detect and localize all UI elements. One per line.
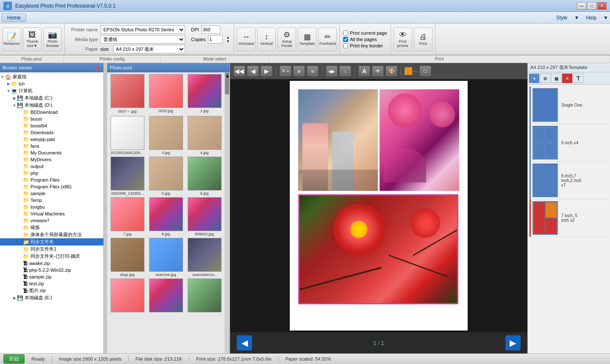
renamer-button[interactable]: 📝 ReNamer (3, 28, 21, 51)
freehand-button[interactable]: ✏ Freehand (318, 28, 337, 51)
prev-page-button[interactable]: ◀ (237, 335, 252, 350)
sidebar-pin[interactable]: 📌 (95, 65, 101, 71)
fit-width[interactable]: ◀▶ (326, 66, 338, 77)
red-flower-photo[interactable] (298, 194, 458, 304)
scroll-thumb[interactable] (225, 77, 229, 94)
photo-thumb-p2[interactable]: 0033.jpg (147, 74, 184, 114)
all-pages-checkbox[interactable] (343, 37, 348, 42)
style-menu[interactable]: Style (556, 15, 568, 21)
sidebar-item-output[interactable]: 📁 output (0, 163, 103, 170)
sidebar-item-boost[interactable]: 📁 boost (0, 116, 103, 122)
tiny-border-checkbox[interactable] (343, 43, 348, 48)
sidebar-item-drive_e[interactable]: ▶ 💾 本地磁盘 (E:) (0, 294, 103, 301)
sidebar-item-virtualmachines[interactable]: 📁 Virtual Machines (0, 210, 103, 217)
photo-thumb-p4[interactable]: 20130518061339.... (109, 116, 146, 155)
thumb-size-button[interactable]: 🖼 Thumbsize▼ (23, 28, 42, 51)
print-preview-button[interactable]: 👁 Printprivew (394, 28, 412, 51)
sidebar-item-tupianzip[interactable]: 🗜 图片.zip (0, 287, 103, 294)
sidebar-item-tongbuwenjian_hunqing[interactable]: 📁 同步文件夹-已打印-婚庆 (0, 253, 103, 260)
text-button[interactable]: T (573, 74, 583, 83)
template-item-3[interactable]: 7 inch, 5 inch x2 (530, 199, 608, 237)
zoom-in-small[interactable]: 🔍+ (280, 66, 291, 77)
scroll-up[interactable]: ▲ (225, 73, 229, 77)
photo-browse-button[interactable]: 📷 PhotoBrowse (43, 28, 62, 51)
prev-step-back[interactable]: ◀ (247, 66, 259, 77)
sidebar-item-php[interactable]: 📁 php (0, 170, 103, 176)
prev-back-button[interactable]: ◀◀ (233, 66, 245, 77)
sidebar-item-programfiles86[interactable]: 📁 Program Files (x86) (0, 183, 103, 190)
help-menu[interactable]: Help (586, 15, 596, 21)
sidebar-item-mydrivers[interactable]: 📁 MyDrivers (0, 156, 103, 163)
rect-tool[interactable]: □ (419, 66, 431, 77)
photo-thumb-p6[interactable]: 4.jpg (186, 116, 223, 155)
sidebar-item-tongbu[interactable]: 📁 tongbu (0, 204, 103, 210)
close-button[interactable]: ✕ (597, 2, 607, 10)
photo-thumb-p7[interactable]: 4362998_133358... (109, 157, 146, 196)
photo-thumb-p15[interactable]: exercisexccv.. (186, 238, 223, 277)
layout-button[interactable]: ▦ (551, 74, 561, 83)
sidebar-item-bddownload[interactable]: 📁 BDDownload (0, 109, 103, 116)
photo-thumb-p13[interactable]: dogs.jpg (109, 238, 146, 277)
media-type-select[interactable]: 普通纸 (100, 35, 185, 44)
template-button[interactable]: ▦ Template (298, 28, 316, 51)
delete-template-button[interactable]: ✕ (562, 74, 572, 83)
print-current-checkbox[interactable] (343, 30, 348, 36)
photo-thumb-p1[interactable]: 0007～.jpg (109, 74, 146, 114)
sidebar-item-home[interactable]: ▼ 🏠 家庭组 (0, 73, 103, 80)
sidebar-item-tongbuwenjian1[interactable]: 📁 同步文件夹1 (0, 245, 103, 253)
copies-input[interactable] (208, 35, 223, 44)
sidebar-item-programfiles[interactable]: 📁 Program Files (0, 176, 103, 183)
photo-thumb-p12[interactable]: 839002.jpg (186, 197, 223, 236)
template-item-1[interactable]: 5 inch x4 (530, 124, 608, 162)
sidebar-item-jianlian[interactable]: 📁 锻炼 (0, 224, 103, 231)
photo-thumb-p9[interactable]: 6.jpg (186, 157, 223, 196)
sidebar-resize-handle[interactable] (104, 63, 107, 353)
sidebar-item-drive_d[interactable]: ▼ 💾 本地磁盘 (D:) (0, 102, 103, 109)
photo-scrollbar[interactable]: ▲ (225, 72, 230, 353)
eye-tool[interactable]: 👁 (372, 66, 384, 77)
sidebar-item-lch[interactable]: ▶ 📁 lch (0, 80, 103, 87)
sidebar-item-vmware7[interactable]: 📁 vmware7 (0, 217, 103, 224)
sidebar-item-sample[interactable]: 📁 sample (0, 190, 103, 197)
prev-step-fwd[interactable]: ▶ (261, 66, 272, 77)
sidebar-item-temp[interactable]: 📁 Temp (0, 197, 103, 204)
copies-spinner[interactable]: ▲ ▼ (225, 36, 230, 43)
next-page-button[interactable]: ▶ (505, 335, 521, 350)
fit-height[interactable]: ↕ (339, 66, 351, 77)
sidebar-item-face[interactable]: 📁 face (0, 143, 103, 149)
photo-thumb-p10[interactable]: 7.jpg (109, 197, 146, 236)
vertical-button[interactable]: ↕ Vertical (257, 28, 276, 51)
sidebar-item-testzip[interactable]: 🗜 test.zip (0, 280, 103, 287)
photo-thumb-p16[interactable] (109, 279, 146, 313)
start-button[interactable]: 开始 (3, 354, 25, 364)
maximize-button[interactable]: □ (587, 2, 596, 10)
sidebar-item-shentigeju[interactable]: 📁 身体各个局部暴露的方法 (0, 231, 103, 238)
sidebar-item-computer[interactable]: ▼ 💻 计算机 (0, 87, 103, 94)
zoom-out-button[interactable]: ⊖ (307, 66, 319, 77)
home-menu[interactable]: Home (2, 14, 26, 22)
photo-thumb-p17[interactable] (147, 279, 184, 313)
printer-name-select[interactable]: EPSON Stylus Photo R270 Series (100, 25, 185, 34)
minimize-button[interactable]: — (577, 2, 586, 10)
horizatal-button[interactable]: ↔ Horizatal (237, 28, 255, 51)
sidebar-item-phpzip[interactable]: 🗜 php-5.2.2-Win32.zip (0, 267, 103, 273)
sidebar-item-mydocs[interactable]: 📁 My Documents (0, 149, 103, 156)
photo-thumb-p14[interactable]: exercise.jpg (147, 238, 184, 277)
photo-thumb-p18[interactable] (186, 279, 223, 313)
sidebar-item-boost64[interactable]: 📁 boost64 (0, 122, 103, 129)
gym-photo[interactable] (298, 89, 378, 191)
color-swatch[interactable] (405, 67, 412, 75)
resize-template-button[interactable]: ⊞ (540, 74, 550, 83)
paper-size-select[interactable]: A4 210 x 297 毫米 (113, 45, 185, 53)
sidebar-item-easypp[interactable]: 📁 easypp-pad (0, 136, 103, 143)
flower-photo[interactable] (380, 89, 459, 191)
template-item-0[interactable]: Single One (530, 86, 608, 124)
text-tool[interactable]: A (358, 66, 370, 77)
color-tool[interactable]: 🎨 (385, 66, 397, 77)
template-item-2[interactable]: 6 inch,7 inch,2 inch x7 (530, 162, 608, 199)
photo-thumb-p8[interactable]: 5.jpg (147, 157, 184, 196)
photo-thumb-p11[interactable]: 8.jpg (147, 197, 184, 236)
sidebar-item-samplezip[interactable]: 🗜 sample.zip (0, 273, 103, 280)
add-template-button[interactable]: + (529, 74, 539, 83)
zoom-in-button[interactable]: ⊕ (293, 66, 305, 77)
